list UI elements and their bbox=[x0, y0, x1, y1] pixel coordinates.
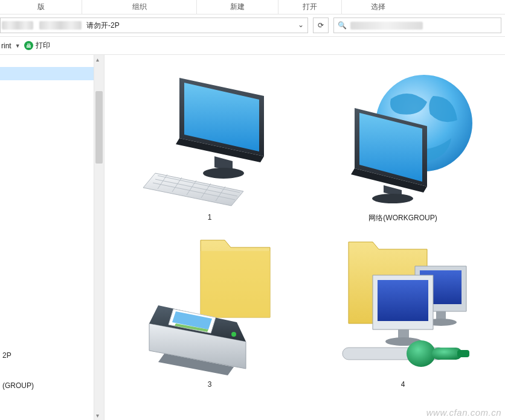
address-search-row: 请勿开-2P ⌄ ⟳ 🔍 bbox=[0, 14, 505, 36]
main-split: 2P (GROUP) bbox=[0, 54, 505, 420]
content-pane[interactable]: 1 bbox=[105, 55, 505, 420]
svg-point-4 bbox=[203, 168, 244, 179]
search-input[interactable]: 🔍 bbox=[333, 18, 501, 33]
item-label: 4 bbox=[401, 378, 405, 395]
svg-rect-41 bbox=[457, 350, 469, 357]
ribbon-group-open: 打开 bbox=[278, 0, 341, 14]
ribbon-group-clipboard: 版 bbox=[0, 0, 82, 14]
items-grid: 1 bbox=[119, 66, 499, 395]
search-icon: 🔍 bbox=[338, 21, 347, 30]
dropdown-arrow-icon[interactable]: ▼ bbox=[14, 43, 22, 49]
item-network-workgroup[interactable]: 网络(WORKGROUP) bbox=[312, 66, 494, 229]
network-folder-icon bbox=[330, 233, 475, 378]
svg-marker-35 bbox=[378, 280, 428, 321]
nav-item-2p[interactable]: 2P bbox=[0, 349, 94, 362]
refresh-icon: ⟳ bbox=[318, 21, 324, 30]
ribbon-group-new: 新建 bbox=[196, 0, 278, 14]
nav-item[interactable] bbox=[0, 89, 94, 102]
item-label: 1 bbox=[208, 211, 212, 228]
nav-item-workgroup[interactable]: (GROUP) bbox=[0, 379, 94, 392]
address-segment-blur bbox=[2, 21, 33, 30]
item-label: 3 bbox=[208, 378, 212, 395]
svg-point-27 bbox=[231, 332, 236, 337]
nav-item-selected[interactable] bbox=[0, 67, 94, 80]
print-icon[interactable]: 🖶 bbox=[24, 41, 33, 50]
address-suffix: 请勿开-2P bbox=[86, 21, 120, 31]
item-network-connections[interactable]: 4 bbox=[312, 233, 494, 395]
item-computer[interactable]: 1 bbox=[119, 66, 300, 229]
command-bar: rint ▼ 🖶 打印 bbox=[0, 36, 505, 54]
nav-scroll-thumb[interactable] bbox=[95, 91, 103, 164]
navigation-pane: 2P (GROUP) bbox=[0, 55, 105, 420]
toolbar-print-button[interactable]: 打印 bbox=[36, 40, 50, 51]
ribbon-group-row: 版 组织 新建 打开 选择 bbox=[0, 0, 505, 14]
item-printers-folder[interactable]: 3 bbox=[119, 233, 300, 395]
ribbon-group-organize: 组织 bbox=[82, 0, 196, 14]
chevron-down-icon[interactable]: ⌄ bbox=[298, 21, 304, 29]
address-segment-blur bbox=[39, 21, 82, 30]
svg-rect-32 bbox=[436, 311, 446, 320]
svg-marker-21 bbox=[201, 251, 270, 317]
svg-point-19 bbox=[372, 194, 413, 203]
refresh-button[interactable]: ⟳ bbox=[313, 18, 329, 33]
address-bar[interactable]: 请勿开-2P ⌄ bbox=[0, 18, 308, 33]
svg-point-39 bbox=[407, 340, 436, 367]
ribbon-group-select: 选择 bbox=[341, 0, 414, 14]
toolbar-print-fragment[interactable]: rint bbox=[1, 42, 11, 50]
nav-scrollbar[interactable] bbox=[94, 55, 104, 420]
item-label: 网络(WORKGROUP) bbox=[368, 211, 437, 229]
computer-icon bbox=[137, 66, 282, 211]
printer-folder-icon bbox=[137, 233, 282, 378]
network-globe-icon bbox=[330, 66, 475, 211]
search-placeholder-blur bbox=[350, 22, 423, 30]
watermark-text: www.cfan.com.cn bbox=[426, 407, 501, 418]
